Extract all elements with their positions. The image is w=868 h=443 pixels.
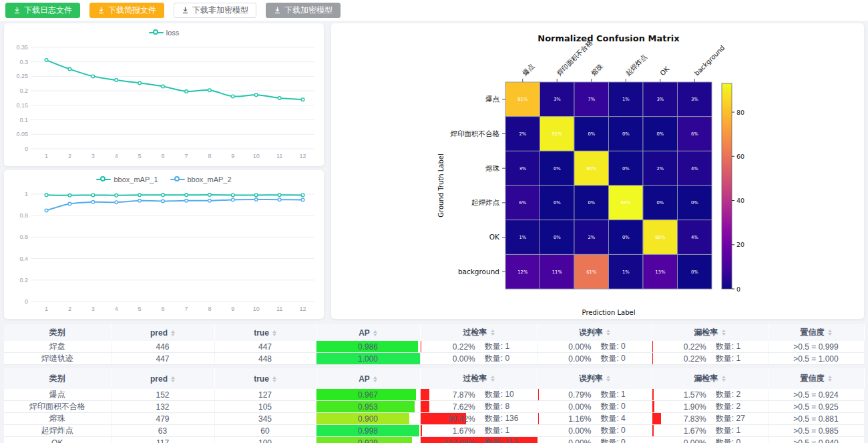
svg-text:3%: 3% <box>519 166 526 171</box>
svg-text:爆点: 爆点 <box>521 62 536 77</box>
overdetect-rate-cell: 7.87% 数量: 10 <box>420 389 537 401</box>
category-cell: OK <box>4 437 111 443</box>
column-header-1[interactable]: pred <box>111 324 214 341</box>
svg-text:熔珠: 熔珠 <box>485 164 500 172</box>
download-icon <box>13 7 21 14</box>
confidence-cell: >0.5 = 0.985 <box>768 425 864 437</box>
category-cell: 焊印面积不合格 <box>4 401 111 413</box>
overdetect-rate-cell: 1.67% 数量: 1 <box>420 425 537 437</box>
column-header-5[interactable]: 误判率 <box>537 324 652 341</box>
svg-text:3%: 3% <box>554 97 561 102</box>
svg-text:90%: 90% <box>586 166 597 171</box>
legend-marker <box>149 29 164 36</box>
misjudge-rate-cell: 0.00% 数量: 0 <box>537 353 652 365</box>
column-header-4[interactable]: 过检率 <box>420 368 537 389</box>
svg-text:5: 5 <box>138 306 142 312</box>
svg-text:焊印面积不合格: 焊印面积不合格 <box>451 129 500 137</box>
legend-label: bbox_mAP_2 <box>188 175 232 183</box>
column-header-2[interactable]: true <box>214 324 316 341</box>
svg-text:7: 7 <box>184 153 188 159</box>
svg-text:起焊炸点: 起焊炸点 <box>471 198 500 206</box>
bbox-map-chart-card: bbox_mAP_1 bbox_mAP_2 00.20.40.60.811234… <box>4 170 324 319</box>
legend-item-bbox_mAP_1[interactable]: bbox_mAP_1 <box>96 175 158 183</box>
table-row: 熔珠 479 345 0.900 39.42% 数量: 136 1.16% 数量… <box>4 413 864 425</box>
column-header-3[interactable]: AP <box>316 324 420 341</box>
confusion-matrix: Normalized Confusion Matrix81%3%7%1%3%3%… <box>331 23 864 319</box>
pred-cell: 63 <box>111 425 214 437</box>
pred-cell: 479 <box>111 413 214 425</box>
svg-text:2%: 2% <box>588 235 595 240</box>
svg-text:4%: 4% <box>691 166 698 171</box>
table-row: 焊印面积不合格 132 105 0.953 7.62% 数量: 8 0.00% … <box>4 401 864 413</box>
sort-icon <box>171 376 175 382</box>
column-header-1[interactable]: pred <box>111 368 214 389</box>
svg-text:20: 20 <box>736 241 744 248</box>
download-log-button[interactable]: 下载日志文件 <box>5 3 80 18</box>
svg-text:80: 80 <box>736 109 744 116</box>
svg-text:9: 9 <box>231 306 234 312</box>
svg-text:0%: 0% <box>622 131 630 137</box>
svg-text:0.4: 0.4 <box>19 256 28 262</box>
column-header-7[interactable]: 置信度 <box>768 324 864 341</box>
bbox-map-chart-legend: bbox_mAP_1 bbox_mAP_2 <box>4 170 324 189</box>
detail-table: 类别predtrueAP过检率误判率漏检率置信度 爆点 152 127 0.96… <box>4 368 865 443</box>
confidence-cell: >0.5 = 0.999 <box>768 341 864 353</box>
svg-text:2%: 2% <box>656 166 664 171</box>
download-encrypted-model-button-label: 下载加密模型 <box>284 5 333 16</box>
column-header-label: 置信度 <box>801 374 825 383</box>
misjudge-rate-cell: 0.00% 数量: 0 <box>537 437 652 443</box>
svg-text:background: background <box>693 44 726 77</box>
category-cell: 起焊炸点 <box>4 425 111 437</box>
svg-text:爆点: 爆点 <box>485 95 500 103</box>
svg-text:0%: 0% <box>554 166 561 171</box>
download-brief-button-label: 下载简报文件 <box>108 5 156 16</box>
column-header-7[interactable]: 置信度 <box>768 368 864 389</box>
column-header-label: pred <box>150 374 168 384</box>
svg-text:6: 6 <box>161 153 164 159</box>
overdetect-rate-cell: 39.42% 数量: 136 <box>420 413 537 425</box>
svg-text:OK: OK <box>489 233 500 241</box>
svg-text:1%: 1% <box>622 97 630 102</box>
sort-icon <box>828 330 832 336</box>
svg-text:0: 0 <box>25 298 28 305</box>
svg-text:熔珠: 熔珠 <box>590 62 604 77</box>
svg-text:4%: 4% <box>691 235 698 240</box>
true-cell: 105 <box>214 401 316 413</box>
true-cell: 345 <box>214 413 316 425</box>
svg-text:0.05: 0.05 <box>16 131 28 137</box>
miss-rate-cell: 7.83% 数量: 27 <box>652 413 768 425</box>
pred-cell: 446 <box>111 341 214 353</box>
download-encrypted-model-button[interactable]: 下载加密模型 <box>266 3 341 18</box>
svg-text:10: 10 <box>253 306 260 312</box>
svg-text:1: 1 <box>45 306 48 312</box>
legend-item-loss[interactable]: loss <box>149 29 180 37</box>
svg-text:81%: 81% <box>517 97 528 102</box>
legend-item-bbox_mAP_2[interactable]: bbox_mAP_2 <box>170 175 232 183</box>
column-header-label: 过检率 <box>463 374 487 383</box>
loss-chart-legend: loss <box>4 23 324 42</box>
svg-text:Ground Truth Label: Ground Truth Label <box>437 153 445 217</box>
column-header-label: pred <box>150 328 168 338</box>
column-header-2[interactable]: true <box>214 368 316 389</box>
download-plain-model-button[interactable]: 下载非加密模型 <box>174 3 256 18</box>
svg-text:3%: 3% <box>656 97 664 102</box>
table-row: 爆点 152 127 0.967 7.87% 数量: 10 0.79% 数量: … <box>4 389 864 401</box>
svg-text:6: 6 <box>161 306 164 312</box>
svg-text:8: 8 <box>208 306 211 312</box>
column-header-6[interactable]: 漏检率 <box>652 368 768 389</box>
svg-text:11: 11 <box>276 153 282 159</box>
column-header-6[interactable]: 漏检率 <box>652 324 768 341</box>
category-cell: 焊缝轨迹 <box>4 353 111 365</box>
column-header-label: true <box>254 328 269 338</box>
ap-cell: 0.967 <box>316 389 420 401</box>
column-header-label: AP <box>359 374 370 384</box>
table-row: OK 117 100 0.929 117.00% 数量: 117 0.00% 数… <box>4 437 864 443</box>
column-header-5[interactable]: 误判率 <box>537 368 652 389</box>
legend-label: loss <box>166 29 180 37</box>
column-header-label: 漏检率 <box>694 374 718 383</box>
svg-text:0%: 0% <box>622 235 630 240</box>
table-row: 焊盘 446 447 0.986 0.22% 数量: 1 0.00% 数量: 0… <box>4 341 864 353</box>
download-brief-button[interactable]: 下载简报文件 <box>89 3 164 18</box>
column-header-4[interactable]: 过检率 <box>420 324 537 341</box>
column-header-3[interactable]: AP <box>316 368 420 389</box>
